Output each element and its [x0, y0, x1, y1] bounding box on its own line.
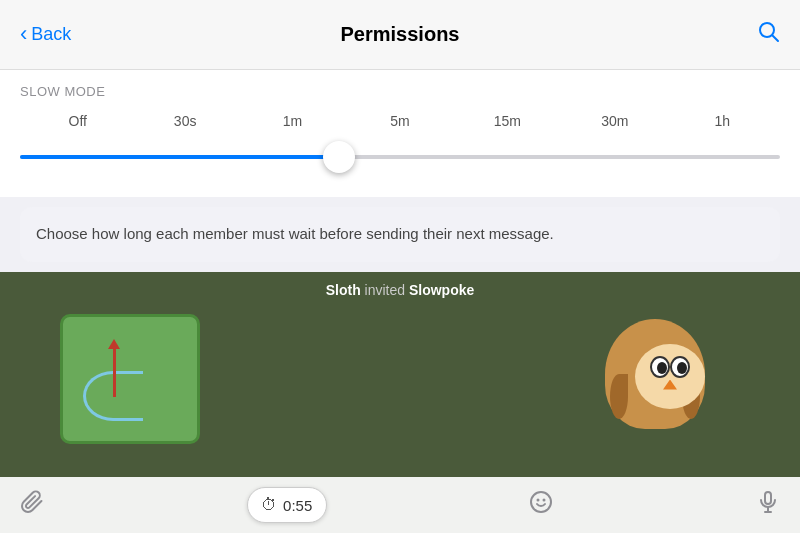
owl-face	[635, 344, 705, 409]
media-toolbar: ⏱ 0:55	[0, 477, 800, 533]
owl-eye-left	[650, 356, 670, 378]
attach-icon	[20, 490, 44, 514]
invite-text: invited	[365, 282, 409, 298]
search-icon	[758, 21, 780, 43]
slow-mode-section: SLOW MODE Off 30s 1m 5m 15m 30m 1h	[0, 70, 800, 197]
invite-notification: Sloth invited Slowpoke	[0, 272, 800, 304]
owl-pupil-right	[677, 362, 687, 374]
emoji-button[interactable]	[529, 490, 553, 520]
slow-mode-label: SLOW MODE	[20, 84, 780, 99]
label-30s: 30s	[131, 113, 238, 129]
svg-point-2	[531, 492, 551, 512]
page-title: Permissions	[341, 23, 460, 46]
svg-rect-5	[765, 492, 771, 504]
attach-button[interactable]	[20, 490, 44, 520]
back-button[interactable]: ‹ Back	[20, 24, 71, 45]
owl-sticker	[590, 309, 720, 439]
slider-thumb[interactable]	[323, 141, 355, 173]
owl-body	[605, 319, 705, 429]
nav-bar: ‹ Back Permissions	[0, 0, 800, 70]
map-sticker	[60, 314, 200, 444]
svg-point-4	[543, 499, 546, 502]
timer-icon: ⏱	[261, 496, 277, 514]
label-5m: 5m	[346, 113, 453, 129]
label-30m: 30m	[561, 113, 668, 129]
map-arrow	[113, 347, 116, 397]
svg-line-1	[773, 35, 779, 41]
content-area: SLOW MODE Off 30s 1m 5m 15m 30m 1h Choos…	[0, 70, 800, 533]
media-section: Sloth invited Slowpoke	[0, 272, 800, 534]
timer-display: 0:55	[283, 497, 312, 514]
invite-invitee: Slowpoke	[409, 282, 474, 298]
back-label: Back	[31, 24, 71, 45]
label-15m: 15m	[454, 113, 561, 129]
slider-track	[20, 155, 780, 159]
label-1h: 1h	[669, 113, 776, 129]
mic-button[interactable]	[756, 490, 780, 520]
label-1m: 1m	[239, 113, 346, 129]
owl-wing-left	[610, 374, 628, 419]
svg-point-3	[537, 499, 540, 502]
owl-eye-right	[670, 356, 690, 378]
slider-labels: Off 30s 1m 5m 15m 30m 1h	[20, 113, 780, 129]
search-button[interactable]	[758, 21, 780, 49]
label-off: Off	[24, 113, 131, 129]
slider-fill	[20, 155, 339, 159]
slow-mode-description: Choose how long each member must wait be…	[20, 207, 780, 262]
chevron-left-icon: ‹	[20, 23, 27, 45]
emoji-icon	[529, 490, 553, 514]
owl-beak	[663, 380, 677, 390]
mic-icon	[756, 490, 780, 514]
invite-sender: Sloth	[326, 282, 361, 298]
slow-mode-slider[interactable]	[20, 137, 780, 177]
owl-pupil-left	[657, 362, 667, 374]
record-button[interactable]: ⏱ 0:55	[247, 487, 327, 523]
